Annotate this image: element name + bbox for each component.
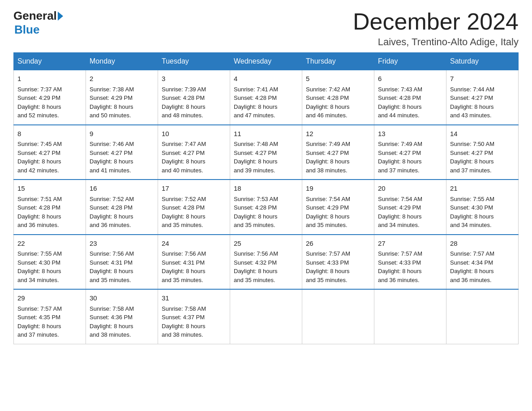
table-row	[230, 289, 302, 344]
table-row: 30 Sunrise: 7:58 AMSunset: 4:36 PMDaylig…	[86, 289, 158, 344]
table-row: 1 Sunrise: 7:37 AMSunset: 4:29 PMDayligh…	[14, 70, 86, 125]
day-info-block: Sunrise: 7:52 AMSunset: 4:28 PMDaylight:…	[162, 195, 226, 230]
day-number: 31	[162, 293, 226, 304]
day-info-block: Sunrise: 7:49 AMSunset: 4:27 PMDaylight:…	[306, 140, 370, 175]
day-number: 4	[234, 74, 298, 84]
table-row: 20 Sunrise: 7:54 AMSunset: 4:29 PMDaylig…	[374, 180, 446, 235]
location-title: Laives, Trentino-Alto Adige, Italy	[353, 36, 519, 48]
day-info-block: Sunrise: 7:53 AMSunset: 4:28 PMDaylight:…	[234, 195, 298, 230]
logo-blue-text: Blue	[14, 23, 39, 37]
col-sunday: Sunday	[14, 53, 86, 70]
day-info-block: Sunrise: 7:41 AMSunset: 4:28 PMDaylight:…	[234, 85, 298, 120]
day-number: 7	[450, 74, 515, 84]
day-number: 14	[450, 129, 515, 139]
table-row: 7 Sunrise: 7:44 AMSunset: 4:27 PMDayligh…	[446, 70, 519, 125]
day-info-block: Sunrise: 7:56 AMSunset: 4:31 PMDaylight:…	[162, 249, 226, 284]
day-number: 29	[17, 293, 82, 304]
table-row: 12 Sunrise: 7:49 AMSunset: 4:27 PMDaylig…	[302, 125, 374, 180]
day-number: 25	[234, 239, 298, 249]
table-row	[446, 289, 519, 344]
title-area: December 2024 Laives, Trentino-Alto Adig…	[353, 9, 519, 48]
day-number: 12	[306, 129, 370, 139]
day-info-block: Sunrise: 7:57 AMSunset: 4:33 PMDaylight:…	[378, 249, 442, 284]
day-info-block: Sunrise: 7:44 AMSunset: 4:27 PMDaylight:…	[450, 85, 515, 120]
day-info-block: Sunrise: 7:51 AMSunset: 4:28 PMDaylight:…	[17, 195, 82, 230]
day-number: 10	[162, 129, 226, 139]
day-number: 30	[90, 293, 154, 304]
day-number: 3	[162, 74, 226, 84]
day-info-block: Sunrise: 7:54 AMSunset: 4:29 PMDaylight:…	[306, 195, 370, 230]
col-wednesday: Wednesday	[230, 53, 302, 70]
calendar-week-row: 1 Sunrise: 7:37 AMSunset: 4:29 PMDayligh…	[14, 70, 519, 125]
day-number: 1	[17, 74, 82, 84]
day-number: 21	[450, 184, 515, 194]
day-number: 20	[378, 184, 442, 194]
day-info-block: Sunrise: 7:57 AMSunset: 4:34 PMDaylight:…	[450, 249, 515, 284]
day-info-block: Sunrise: 7:55 AMSunset: 4:30 PMDaylight:…	[17, 249, 82, 284]
day-number: 27	[378, 239, 442, 249]
calendar-week-row: 8 Sunrise: 7:45 AMSunset: 4:27 PMDayligh…	[14, 125, 519, 180]
table-row: 2 Sunrise: 7:38 AMSunset: 4:29 PMDayligh…	[86, 70, 158, 125]
calendar-table: Sunday Monday Tuesday Wednesday Thursday…	[13, 52, 519, 344]
day-info-block: Sunrise: 7:56 AMSunset: 4:32 PMDaylight:…	[234, 249, 298, 284]
day-number: 8	[17, 129, 82, 139]
col-tuesday: Tuesday	[158, 53, 230, 70]
day-info-block: Sunrise: 7:42 AMSunset: 4:28 PMDaylight:…	[306, 85, 370, 120]
table-row: 18 Sunrise: 7:53 AMSunset: 4:28 PMDaylig…	[230, 180, 302, 235]
table-row: 17 Sunrise: 7:52 AMSunset: 4:28 PMDaylig…	[158, 180, 230, 235]
day-info-block: Sunrise: 7:46 AMSunset: 4:27 PMDaylight:…	[90, 140, 154, 175]
day-info-block: Sunrise: 7:54 AMSunset: 4:29 PMDaylight:…	[378, 195, 442, 230]
table-row: 28 Sunrise: 7:57 AMSunset: 4:34 PMDaylig…	[446, 235, 519, 290]
day-info-block: Sunrise: 7:58 AMSunset: 4:36 PMDaylight:…	[90, 304, 154, 339]
month-title: December 2024	[353, 9, 519, 34]
day-info-block: Sunrise: 7:56 AMSunset: 4:31 PMDaylight:…	[90, 249, 154, 284]
logo-arrow-icon	[58, 12, 63, 21]
calendar-week-row: 29 Sunrise: 7:57 AMSunset: 4:35 PMDaylig…	[14, 289, 519, 344]
day-number: 22	[17, 239, 82, 249]
day-info-block: Sunrise: 7:37 AMSunset: 4:29 PMDaylight:…	[17, 85, 82, 120]
day-number: 17	[162, 184, 226, 194]
table-row: 25 Sunrise: 7:56 AMSunset: 4:32 PMDaylig…	[230, 235, 302, 290]
day-number: 19	[306, 184, 370, 194]
table-row: 24 Sunrise: 7:56 AMSunset: 4:31 PMDaylig…	[158, 235, 230, 290]
day-number: 2	[90, 74, 154, 84]
table-row: 13 Sunrise: 7:49 AMSunset: 4:27 PMDaylig…	[374, 125, 446, 180]
day-number: 26	[306, 239, 370, 249]
col-thursday: Thursday	[302, 53, 374, 70]
table-row: 14 Sunrise: 7:50 AMSunset: 4:27 PMDaylig…	[446, 125, 519, 180]
calendar-week-row: 22 Sunrise: 7:55 AMSunset: 4:30 PMDaylig…	[14, 235, 519, 290]
table-row: 3 Sunrise: 7:39 AMSunset: 4:28 PMDayligh…	[158, 70, 230, 125]
day-info-block: Sunrise: 7:38 AMSunset: 4:29 PMDaylight:…	[90, 85, 154, 120]
day-info-block: Sunrise: 7:45 AMSunset: 4:27 PMDaylight:…	[17, 140, 82, 175]
day-number: 13	[378, 129, 442, 139]
calendar-week-row: 15 Sunrise: 7:51 AMSunset: 4:28 PMDaylig…	[14, 180, 519, 235]
day-number: 18	[234, 184, 298, 194]
table-row: 6 Sunrise: 7:43 AMSunset: 4:28 PMDayligh…	[374, 70, 446, 125]
table-row: 21 Sunrise: 7:55 AMSunset: 4:30 PMDaylig…	[446, 180, 519, 235]
day-number: 5	[306, 74, 370, 84]
table-row: 11 Sunrise: 7:48 AMSunset: 4:27 PMDaylig…	[230, 125, 302, 180]
day-number: 23	[90, 239, 154, 249]
table-row: 19 Sunrise: 7:54 AMSunset: 4:29 PMDaylig…	[302, 180, 374, 235]
table-row: 9 Sunrise: 7:46 AMSunset: 4:27 PMDayligh…	[86, 125, 158, 180]
table-row	[302, 289, 374, 344]
day-info-block: Sunrise: 7:48 AMSunset: 4:27 PMDaylight:…	[234, 140, 298, 175]
day-number: 15	[17, 184, 82, 194]
table-row: 15 Sunrise: 7:51 AMSunset: 4:28 PMDaylig…	[14, 180, 86, 235]
day-info-block: Sunrise: 7:57 AMSunset: 4:35 PMDaylight:…	[17, 304, 82, 339]
day-number: 28	[450, 239, 515, 249]
day-info-block: Sunrise: 7:58 AMSunset: 4:37 PMDaylight:…	[162, 304, 226, 339]
day-info-block: Sunrise: 7:50 AMSunset: 4:27 PMDaylight:…	[450, 140, 515, 175]
day-info-block: Sunrise: 7:39 AMSunset: 4:28 PMDaylight:…	[162, 85, 226, 120]
logo: General Blue	[13, 9, 63, 37]
day-number: 24	[162, 239, 226, 249]
table-row: 23 Sunrise: 7:56 AMSunset: 4:31 PMDaylig…	[86, 235, 158, 290]
day-info-block: Sunrise: 7:57 AMSunset: 4:33 PMDaylight:…	[306, 249, 370, 284]
day-info-block: Sunrise: 7:43 AMSunset: 4:28 PMDaylight:…	[378, 85, 442, 120]
day-info-block: Sunrise: 7:52 AMSunset: 4:28 PMDaylight:…	[90, 195, 154, 230]
logo-general-text: General	[13, 9, 57, 23]
table-row: 29 Sunrise: 7:57 AMSunset: 4:35 PMDaylig…	[14, 289, 86, 344]
page-header: General Blue December 2024 Laives, Trent…	[13, 9, 519, 48]
day-number: 16	[90, 184, 154, 194]
table-row: 16 Sunrise: 7:52 AMSunset: 4:28 PMDaylig…	[86, 180, 158, 235]
